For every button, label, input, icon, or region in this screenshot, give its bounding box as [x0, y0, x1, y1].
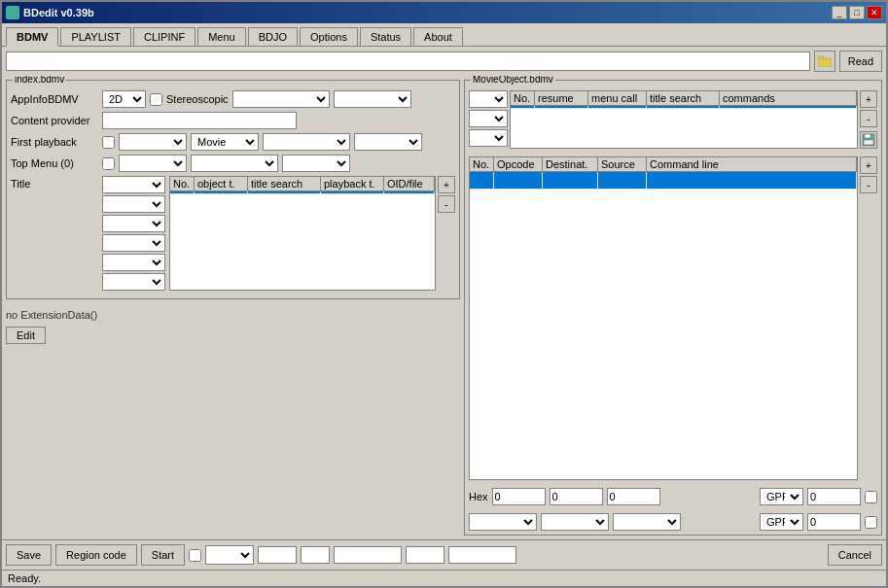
title-dropdown-5[interactable] — [102, 254, 165, 271]
cancel-button[interactable]: Cancel — [828, 544, 882, 566]
maximize-button[interactable]: □ — [849, 6, 865, 19]
col-no: No. — [170, 177, 195, 190]
val3-input[interactable]: 00000001 — [334, 546, 402, 564]
top-table-header: No. resume menu call title search comman… — [511, 91, 857, 106]
start-checkbox[interactable] — [189, 549, 201, 562]
hex-row2-select3[interactable] — [613, 513, 681, 531]
mo-dropdown-1[interactable] — [469, 90, 508, 108]
first-playback-select3[interactable] — [263, 133, 350, 151]
bottom-add-button[interactable]: + — [860, 156, 877, 174]
top-menu-row: Top Menu (0) — [11, 155, 455, 172]
stereoscopic-select2[interactable] — [334, 90, 411, 108]
tab-menu[interactable]: Menu — [197, 27, 246, 46]
edit-button[interactable]: Edit — [6, 327, 46, 344]
appinfo-row: AppInfoBDMV 2D 3D Stereoscopic — [11, 90, 455, 108]
title-remove-button[interactable]: - — [438, 195, 455, 213]
movieobj-bottom-table: No. Opcode Destinat. Source Command line — [469, 156, 858, 480]
first-playback-select4[interactable] — [354, 133, 422, 151]
top-table-body — [511, 106, 857, 148]
path-input[interactable] — [6, 52, 810, 71]
read-button[interactable]: Read — [839, 51, 882, 72]
first-playback-movie-select[interactable]: Movie — [191, 133, 259, 151]
col-playback-t: playback t. — [321, 177, 384, 190]
content-provider-input[interactable] — [102, 112, 297, 129]
title-table-row[interactable] — [170, 191, 435, 194]
top-add-button[interactable]: + — [860, 90, 877, 108]
tab-playlist[interactable]: PLAYLIST — [60, 27, 131, 46]
top-remove-button[interactable]: - — [860, 110, 877, 127]
cell-no — [170, 191, 195, 193]
tab-about[interactable]: About — [413, 27, 463, 46]
cmd-col-no: No. — [470, 157, 494, 171]
cmd-cell-destinat — [543, 172, 598, 189]
tab-bdjo[interactable]: BDJO — [248, 27, 298, 46]
col-object-t: object t. — [195, 177, 248, 190]
appinfo-select[interactable]: 2D 3D — [102, 90, 146, 108]
first-playback-select1[interactable] — [119, 133, 187, 151]
gpr-input-1[interactable] — [807, 488, 861, 505]
floppy-icon — [862, 133, 875, 147]
cmd-cell-no — [470, 172, 494, 189]
save-icon-button[interactable] — [860, 131, 877, 149]
title-dropdown-2[interactable] — [102, 195, 165, 213]
mo-cell-commands — [720, 106, 857, 108]
tab-bdmv[interactable]: BDMV — [6, 27, 58, 47]
mo-dropdown-3[interactable] — [469, 129, 508, 147]
stereoscopic-checkbox[interactable] — [150, 93, 162, 106]
right-panel: MovieObject.bdmv No. resume — [464, 80, 882, 536]
main-content: index.bdmv AppInfoBDMV 2D 3D Stereoscopi… — [2, 76, 886, 539]
title-dropdown-1[interactable] — [102, 176, 165, 193]
start-select[interactable] — [205, 545, 254, 565]
minimize-button[interactable]: _ — [832, 6, 847, 19]
region-code-button[interactable]: Region code — [55, 544, 137, 566]
title-bar: BDedit v0.39b _ □ ✕ — [2, 2, 886, 23]
folder-icon-button[interactable] — [814, 51, 835, 72]
bottom-table-body — [470, 172, 857, 479]
svg-rect-1 — [818, 56, 824, 59]
hex-checkbox-2[interactable] — [865, 516, 877, 529]
hex-input-3[interactable]: 0 — [607, 488, 660, 505]
mo-cell-title-search — [647, 106, 720, 108]
tab-clipinf[interactable]: CLIPINF — [133, 27, 195, 46]
mo-top-row[interactable] — [511, 106, 857, 109]
val1-input[interactable]: 0000 — [258, 546, 297, 564]
first-playback-checkbox[interactable] — [102, 136, 115, 149]
hex-input-1[interactable]: 0 — [492, 488, 546, 505]
cmd-row[interactable] — [470, 172, 857, 190]
top-menu-select1[interactable] — [119, 155, 187, 172]
top-menu-select3[interactable] — [282, 155, 350, 172]
close-button[interactable]: ✕ — [867, 6, 882, 19]
title-dropdown-6[interactable] — [102, 273, 165, 291]
val4-input[interactable]: 0000 — [406, 546, 444, 564]
gpr-select-1[interactable]: GPR — [760, 488, 803, 505]
bottom-remove-button[interactable]: - — [860, 176, 877, 193]
hex-input-2[interactable]: 0 — [550, 488, 603, 505]
tab-options[interactable]: Options — [300, 27, 358, 46]
title-section: Title — [11, 176, 455, 291]
bottom-table-section: No. Opcode Destinat. Source Command line — [469, 156, 877, 480]
first-playback-row: First playback Movie — [11, 133, 455, 151]
hex-row2-select2[interactable] — [541, 513, 609, 531]
val5-input[interactable]: 00000000 — [448, 546, 516, 564]
gpr-input-2[interactable] — [807, 513, 861, 531]
cmd-col-cmdline: Command line — [647, 157, 857, 171]
content-provider-label: Content provider — [11, 115, 98, 126]
top-menu-checkbox[interactable] — [102, 157, 115, 170]
hex-row2-select1[interactable] — [469, 513, 537, 531]
stereoscopic-select[interactable] — [232, 90, 330, 108]
cmd-col-destinat: Destinat. — [543, 157, 598, 171]
mo-dropdown-2[interactable] — [469, 110, 508, 127]
title-add-button[interactable]: + — [438, 176, 455, 193]
tab-status[interactable]: Status — [360, 27, 411, 46]
val2-input[interactable]: 000 — [301, 546, 330, 564]
svg-rect-3 — [865, 134, 870, 138]
title-dropdown-4[interactable] — [102, 234, 165, 252]
hex-checkbox-1[interactable] — [865, 491, 877, 503]
start-button[interactable]: Start — [141, 544, 185, 566]
top-menu-label: Top Menu (0) — [11, 157, 98, 169]
save-button[interactable]: Save — [6, 544, 52, 566]
gpr-select-2[interactable]: GPR — [760, 513, 803, 531]
title-dropdown-3[interactable] — [102, 215, 165, 232]
title-table-header: No. object t. title search playback t. O… — [170, 177, 435, 191]
top-menu-select2[interactable] — [191, 155, 278, 172]
